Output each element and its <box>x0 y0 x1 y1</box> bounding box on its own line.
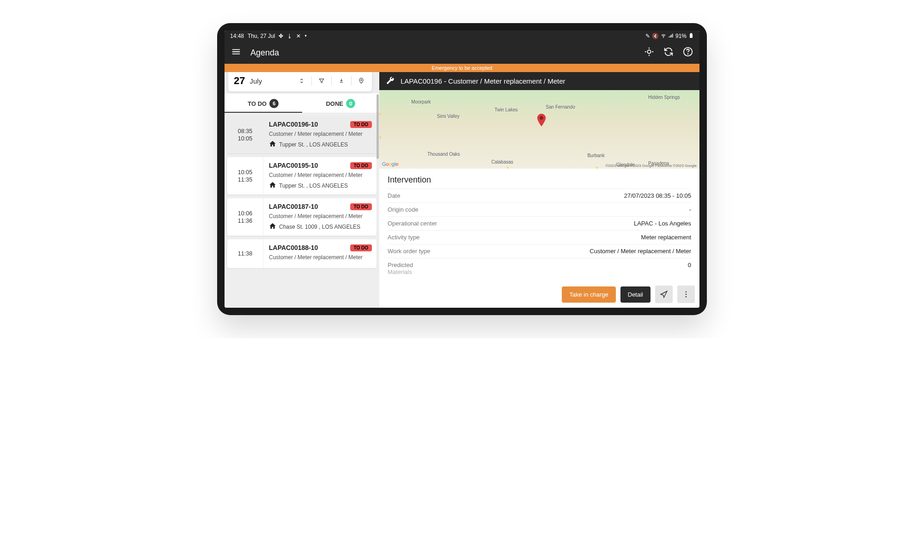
agenda-card[interactable]: 11:38LAPAC00188-10TO DOCustomer / Meter … <box>227 239 377 268</box>
help-icon[interactable] <box>683 47 693 59</box>
card-desc: Customer / Meter replacement / Meter <box>269 213 372 219</box>
svg-point-6 <box>540 116 543 120</box>
card-address: Tupper St. , LOS ANGELES <box>269 140 372 149</box>
date-month: July <box>249 77 262 85</box>
tab-done-label: DONE <box>326 100 343 107</box>
map-pin-icon <box>536 114 547 128</box>
emergency-banner[interactable]: Emergency to be accepted <box>225 64 699 72</box>
card-status-badge: TO DO <box>350 121 372 128</box>
map-label-simi: Simi Valley <box>437 114 460 119</box>
filter-icon[interactable] <box>316 78 327 84</box>
card-end: 11:36 <box>238 218 252 224</box>
map-label-moorpark: Moorpark <box>411 99 431 104</box>
signal-icon <box>668 33 674 40</box>
row-pred-label: Predicted Materials <box>388 262 413 275</box>
card-desc: Customer / Meter replacement / Meter <box>269 254 372 261</box>
navigate-button[interactable] <box>655 286 673 303</box>
tab-done-count: 0 <box>346 99 355 108</box>
pin-outline-icon[interactable] <box>356 78 366 84</box>
date-picker-card: 27 July <box>228 72 372 91</box>
agenda-card[interactable]: 10:0611:36LAPAC00187-10TO DOCustomer / M… <box>227 198 377 236</box>
app-bar: Agenda <box>225 42 699 64</box>
dot-icon: • <box>304 33 306 39</box>
agenda-list[interactable]: 08:3510:05LAPAC00196-10TO DOCustomer / M… <box>225 113 379 308</box>
tab-todo[interactable]: TO DO 6 <box>225 93 302 113</box>
svg-point-4 <box>688 54 688 54</box>
card-start: 11:38 <box>238 250 252 257</box>
refresh-icon[interactable] <box>663 47 674 59</box>
map-google-badge: Google <box>382 161 399 167</box>
map-copyright: ©2023 Google ©2023 Google Pasadena ©2023… <box>605 164 697 168</box>
wifi-icon <box>661 33 666 40</box>
hamburger-icon[interactable] <box>231 47 241 59</box>
row-oc-val: LAPAC - Los Angeles <box>634 220 691 227</box>
more-button[interactable] <box>677 286 695 303</box>
card-address: Chase St. 1009 , LOS ANGELES <box>269 222 372 231</box>
pen-icon: ✎ <box>645 33 650 39</box>
card-start: 08:35 <box>238 128 252 134</box>
detail-header-title: LAPAC00196 - Customer / Meter replacemen… <box>401 77 565 85</box>
card-body: LAPAC00188-10TO DOCustomer / Meter repla… <box>263 239 377 268</box>
map-label-sanf: San Fernando <box>546 104 575 110</box>
row-date-val: 27/07/2023 08:35 - 10:05 <box>624 192 691 199</box>
card-time: 10:0511:35 <box>227 157 263 195</box>
tablet-frame: 14:48 Thu, 27 Jul ✤ ⭳ ✕ • ✎ 🔇 91% Ag <box>217 23 707 315</box>
map-label-burbank: Burbank <box>587 153 604 158</box>
card-desc: Customer / Meter replacement / Meter <box>269 131 372 137</box>
tools-icon: ✕ <box>296 33 301 39</box>
tab-todo-label: TO DO <box>248 100 267 107</box>
svg-point-9 <box>686 296 687 298</box>
svg-point-5 <box>361 79 362 80</box>
row-wo-label: Work order type <box>388 248 430 255</box>
row-origin-val: - <box>689 206 691 213</box>
map-label-thousand: Thousand Oaks <box>427 152 460 157</box>
card-id: LAPAC00188-10 <box>269 244 318 251</box>
card-time: 08:3510:05 <box>227 116 263 153</box>
card-id: LAPAC00187-10 <box>269 203 318 210</box>
card-body: LAPAC00195-10TO DOCustomer / Meter repla… <box>263 157 377 195</box>
detail-header: LAPAC00196 - Customer / Meter replacemen… <box>379 72 699 90</box>
card-time: 11:38 <box>227 239 263 268</box>
app-screen: 14:48 Thu, 27 Jul ✤ ⭳ ✕ • ✎ 🔇 91% Ag <box>225 30 699 308</box>
intervention-panel: Intervention Date27/07/2023 08:35 - 10:0… <box>379 169 699 308</box>
wrench-icon <box>386 76 395 86</box>
detail-button[interactable]: Detail <box>620 286 650 303</box>
take-in-charge-button[interactable]: Take in charge <box>562 286 616 303</box>
scrollbar-thumb[interactable] <box>377 94 379 159</box>
map-label-twin: Twin Lakes <box>494 107 517 112</box>
card-start: 10:05 <box>238 169 252 176</box>
agenda-card[interactable]: 10:0511:35LAPAC00195-10TO DOCustomer / M… <box>227 157 377 195</box>
svg-rect-1 <box>691 33 692 34</box>
card-body: LAPAC00196-10TO DOCustomer / Meter repla… <box>263 116 377 153</box>
map-view[interactable]: Moorpark Simi Valley Twin Lakes San Fern… <box>379 90 699 169</box>
house-icon <box>269 222 276 231</box>
map-label-calabasas: Calabasas <box>492 159 513 164</box>
card-body: LAPAC00187-10TO DOCustomer / Meter repla… <box>263 198 377 236</box>
row-oc-label: Operational center <box>388 220 437 227</box>
date-day: 27 <box>234 75 245 87</box>
card-desc: Customer / Meter replacement / Meter <box>269 172 372 178</box>
card-status-badge: TO DO <box>350 244 372 251</box>
locate-icon[interactable] <box>644 47 654 59</box>
svg-point-7 <box>686 291 687 292</box>
svg-point-8 <box>686 294 687 295</box>
download-icon: ⭳ <box>287 33 292 39</box>
app-title: Agenda <box>250 48 635 58</box>
card-address: Tupper St. , LOS ANGELES <box>269 181 372 190</box>
card-id: LAPAC00196-10 <box>269 121 318 128</box>
download-arrow-icon[interactable] <box>336 78 346 84</box>
card-end: 11:35 <box>238 177 252 183</box>
card-status-badge: TO DO <box>350 203 372 210</box>
tab-done[interactable]: DONE 0 <box>302 93 380 113</box>
agenda-left-pane: 27 July <box>225 72 379 308</box>
svg-point-2 <box>647 50 650 53</box>
card-end: 10:05 <box>238 135 252 142</box>
mute-icon: 🔇 <box>652 33 659 39</box>
date-updown-icon[interactable] <box>297 78 307 84</box>
card-time: 10:0611:36 <box>227 198 263 236</box>
house-icon <box>269 181 276 190</box>
battery-text: 91% <box>675 33 687 39</box>
status-time: 14:48 <box>230 33 244 39</box>
status-date: Thu, 27 Jul <box>248 33 275 39</box>
agenda-card[interactable]: 08:3510:05LAPAC00196-10TO DOCustomer / M… <box>227 116 377 153</box>
